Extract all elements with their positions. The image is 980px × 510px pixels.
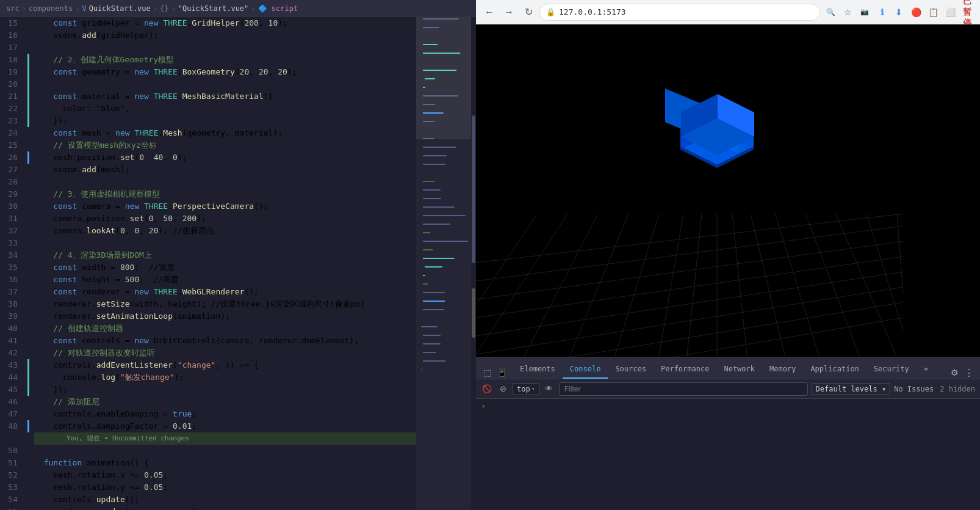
browser-ext1[interactable]: ℹ [874,4,890,20]
svg-rect-0 [476,24,980,357]
blue-cube [675,91,760,173]
reload-button[interactable]: ↻ [520,4,537,21]
default-levels-dropdown[interactable]: Default levels ▾ [812,383,891,395]
browser-ext4[interactable]: 📋 [925,4,941,20]
threejs-scene-svg [476,24,980,357]
breadcrumb-script: 🔷 script [258,4,298,13]
tab-sources[interactable]: Sources [608,360,654,379]
breadcrumb: src › components › V QuickStart.vue › {}… [0,0,476,17]
minimap [416,17,471,510]
profile-button[interactable]: 已暂停 [959,4,975,20]
browser-toolbar: ← → ↻ 🔒 127.0.0.1:5173 🔍 ☆ 📷 ℹ ⬇ 🔴 📋 ⬜ 已… [476,0,980,24]
threejs-canvas [476,24,980,357]
hidden-count-label: 2 hidden [940,385,975,393]
scroll-thumb-small [472,288,475,338]
devtools-settings-icon[interactable]: ⚙ [948,366,960,379]
tab-application[interactable]: Application [803,360,866,379]
devtools-inspect-icon[interactable]: ⬚ [481,366,493,379]
url-text: 127.0.0.1:5173 [559,7,813,16]
console-prompt-icon: › [481,401,486,410]
breadcrumb-src: src [6,4,20,13]
git-indicators [27,17,31,510]
tab-memory[interactable]: Memory [762,360,803,379]
console-eye-icon[interactable]: 👁 [543,383,555,395]
console-filter-icon[interactable]: ⊘ [497,383,509,395]
devtools-tabs-icons: ⚙ ⋮ [948,366,975,379]
devtools-device-icon[interactable]: 📱 [495,366,508,379]
browser-ext2[interactable]: ⬇ [891,4,907,20]
browser-panel: ← → ↻ 🔒 127.0.0.1:5173 🔍 ☆ 📷 ℹ ⬇ 🔴 📋 ⬜ 已… [476,0,980,510]
back-button[interactable]: ← [481,4,498,21]
code-content[interactable]: const gridHelper = new THREE.GridHelper(… [31,17,416,510]
tab-elements[interactable]: Elements [513,360,563,379]
devtools-tabs: ⬚ 📱 Elements Console Sources Performance… [476,358,980,379]
top-label: top [517,385,530,393]
screenshot-button[interactable]: 📷 [857,4,873,20]
console-toolbar: 🚫 ⊘ top ▾ 👁 Default levels ▾ No Issues 2… [476,379,980,399]
tab-security[interactable]: Security [867,360,917,379]
top-dropdown-icon: ▾ [531,385,535,392]
browser-ext3[interactable]: 🔴 [908,4,924,20]
breadcrumb-quotedname: "QuickStart.vue" [178,4,249,13]
console-context-dropdown[interactable]: top ▾ [513,383,539,395]
tab-more[interactable]: » [917,360,935,379]
lock-icon: 🔒 [546,8,555,16]
breadcrumb-sep1: › [22,4,26,13]
zoom-button[interactable]: 🔍 [823,4,838,20]
breadcrumb-filename: QuickStart.vue [89,4,151,13]
scroll-thumb-main [472,115,475,263]
breadcrumb-braces: {} [160,4,168,13]
console-clear-icon[interactable]: 🚫 [481,383,493,395]
vue-icon: V [82,4,86,13]
breadcrumb-sep2: › [75,4,79,13]
no-issues-label: No Issues [894,385,934,393]
editor-panel: src › components › V QuickStart.vue › {}… [0,0,476,510]
console-content: › [476,399,980,510]
editor-wrapper: 1516171819202122232425262728293031323334… [0,17,476,510]
tab-network[interactable]: Network [716,360,762,379]
breadcrumb-components: components [29,4,73,13]
address-bar[interactable]: 🔒 127.0.0.1:5173 [539,4,820,21]
devtools: ⬚ 📱 Elements Console Sources Performance… [476,357,980,510]
breadcrumb-sep3: › [153,4,157,13]
breadcrumb-sep4: › [171,4,175,13]
breadcrumb-sep5: › [251,4,255,13]
browser-ext5[interactable]: ⬜ [942,4,958,20]
tab-performance[interactable]: Performance [654,360,716,379]
default-levels-label: Default levels ▾ [816,385,887,393]
line-numbers: 1516171819202122232425262728293031323334… [0,17,27,510]
right-scrollbar[interactable] [471,17,476,510]
minimap-viewport [416,17,471,139]
tab-console[interactable]: Console [563,360,608,379]
console-filter-input[interactable] [559,382,808,396]
forward-button[interactable]: → [500,4,517,21]
star-button[interactable]: ☆ [840,4,856,20]
browser-icons-right: 🔍 ☆ 📷 ℹ ⬇ 🔴 📋 ⬜ 已暂停 [823,4,975,20]
devtools-more-icon[interactable]: ⋮ [963,366,975,379]
